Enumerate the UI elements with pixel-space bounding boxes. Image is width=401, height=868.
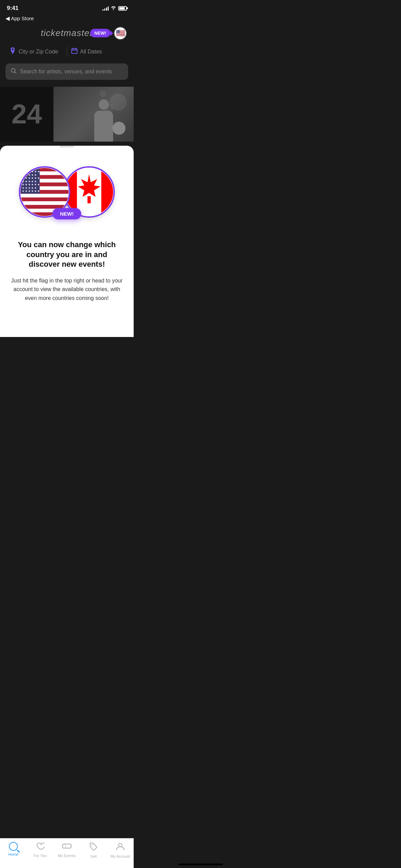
svg-text:★ ★ ★ ★ ★: ★ ★ ★ ★ ★ bbox=[22, 186, 37, 190]
location-filter-button[interactable]: City or Zip Code bbox=[5, 44, 67, 59]
location-filter-label: City or Zip Code bbox=[19, 49, 58, 55]
battery-icon bbox=[118, 6, 127, 11]
svg-rect-29 bbox=[101, 168, 114, 216]
date-filter-button[interactable]: All Dates bbox=[67, 44, 129, 59]
header-right: NEW! 🇺🇸 bbox=[90, 27, 127, 40]
search-filters: City or Zip Code All Dates bbox=[0, 44, 134, 63]
app-header: ticketmaster NEW! 🇺🇸 bbox=[0, 24, 134, 44]
status-bar: 9:41 bbox=[0, 0, 134, 14]
svg-rect-12 bbox=[20, 197, 69, 201]
hero-area: 24 bbox=[0, 87, 134, 142]
search-bar-wrap: Search for artists, venues, and events bbox=[0, 63, 134, 87]
svg-text:★ ★ ★ ★ ★: ★ ★ ★ ★ ★ bbox=[22, 180, 37, 183]
status-icons bbox=[102, 5, 127, 11]
calendar-icon bbox=[71, 48, 77, 56]
search-placeholder: Search for artists, venues, and events bbox=[20, 69, 112, 75]
svg-rect-5 bbox=[20, 171, 69, 175]
search-icon bbox=[11, 68, 16, 75]
status-time: 9:41 bbox=[7, 5, 19, 12]
svg-text:★ ★ ★ ★ ★ ★: ★ ★ ★ ★ ★ ★ bbox=[22, 170, 40, 173]
new-badge-flags: NEW! bbox=[52, 208, 81, 219]
hero-number: 24 bbox=[12, 100, 42, 128]
country-flag-button[interactable]: 🇺🇸 bbox=[114, 27, 127, 40]
flags-illustration: ★ ★ ★ ★ ★ ★ ★ ★ ★ ★ ★ ★ ★ ★ ★ ★ ★ ★ ★ ★ … bbox=[19, 158, 115, 226]
wifi-icon bbox=[111, 5, 116, 11]
svg-text:★ ★ ★ ★ ★: ★ ★ ★ ★ ★ bbox=[22, 173, 37, 177]
modal-subtitle: Just hit the flag in the top right or he… bbox=[10, 276, 123, 303]
svg-rect-11 bbox=[20, 194, 69, 197]
new-badge-button[interactable]: NEW! bbox=[90, 29, 110, 37]
signal-icon bbox=[102, 6, 109, 11]
svg-rect-0 bbox=[72, 49, 77, 53]
svg-text:★ ★ ★ ★ ★ ★: ★ ★ ★ ★ ★ ★ bbox=[22, 190, 40, 193]
hero-left: 24 bbox=[0, 87, 53, 142]
svg-rect-13 bbox=[20, 201, 69, 205]
scroll-indicator bbox=[112, 122, 125, 135]
ticketmaster-logo: ticketmaster bbox=[41, 28, 93, 38]
modal-title: You can now change which country you are… bbox=[10, 240, 123, 269]
modal-content: You can now change which country you are… bbox=[0, 240, 134, 303]
bottom-sheet: ★ ★ ★ ★ ★ ★ ★ ★ ★ ★ ★ ★ ★ ★ ★ ★ ★ ★ ★ ★ … bbox=[0, 146, 134, 337]
location-icon bbox=[10, 47, 16, 56]
svg-text:★ ★ ★ ★ ★ ★: ★ ★ ★ ★ ★ ★ bbox=[22, 183, 40, 186]
svg-rect-30 bbox=[87, 196, 90, 203]
back-arrow-icon: ◀ bbox=[5, 15, 10, 22]
flag-emoji: 🇺🇸 bbox=[116, 29, 125, 38]
app-store-back[interactable]: ◀ App Store bbox=[0, 14, 134, 24]
drag-handle[interactable] bbox=[60, 146, 74, 147]
date-filter-label: All Dates bbox=[80, 49, 102, 55]
app-store-label: App Store bbox=[11, 15, 34, 21]
search-bar[interactable]: Search for artists, venues, and events bbox=[5, 63, 128, 80]
